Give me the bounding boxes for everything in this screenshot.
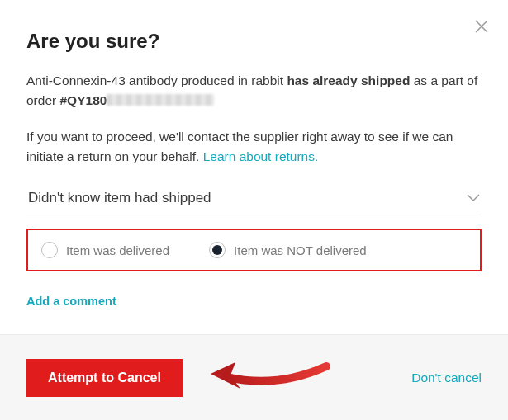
close-icon[interactable] [475,20,488,33]
add-comment-link[interactable]: Add a comment [26,295,482,308]
annotation-arrow-icon [202,354,335,395]
dialog-title: Are you sure? [26,30,482,53]
chevron-down-icon [467,191,480,205]
dont-cancel-button[interactable]: Don't cancel [411,370,482,385]
confirm-dialog: Are you sure? Anti-Connexin-43 antibody … [0,0,508,308]
learn-about-returns-link[interactable]: Learn about returns. [203,149,319,163]
reason-select-value: Didn't know item had shipped [28,190,211,206]
order-number-redacted [107,94,214,106]
dialog-footer: Attempt to Cancel Don't cancel [0,334,508,420]
radio-item-not-delivered[interactable]: Item was NOT delivered [209,242,367,258]
msg-pre: Anti-Connexin-43 antibody produced in ra… [26,73,287,87]
shipped-message: Anti-Connexin-43 antibody produced in ra… [26,71,482,111]
msg-bold: has already shipped [287,73,410,87]
order-number-prefix: #QY180 [60,93,107,107]
radio-item-delivered[interactable]: Item was delivered [41,242,169,258]
reason-select[interactable]: Didn't know item had shipped [26,183,482,215]
proceed-message: If you want to proceed, we'll contact th… [26,127,482,167]
radio-icon [41,242,58,258]
radio-label: Item was delivered [66,243,169,257]
radio-label: Item was NOT delivered [234,243,367,257]
delivery-radio-group: Item was delivered Item was NOT delivere… [26,229,482,271]
attempt-to-cancel-button[interactable]: Attempt to Cancel [26,359,183,397]
radio-icon [209,242,226,258]
